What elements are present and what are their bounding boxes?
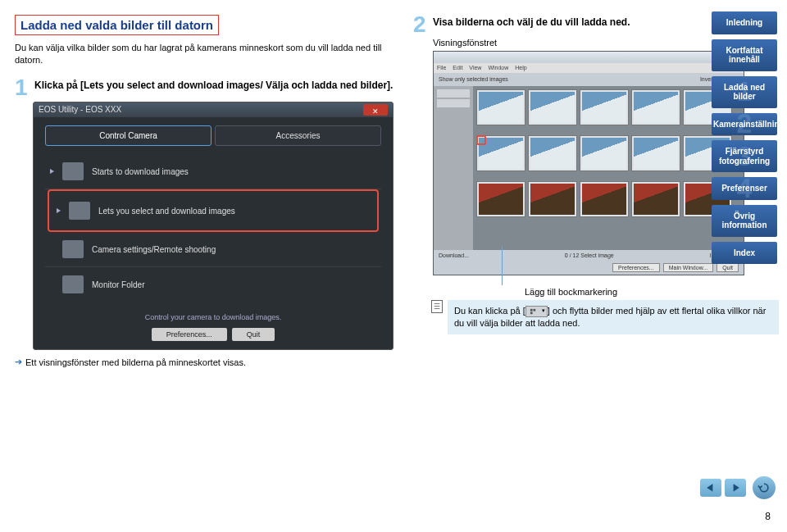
prev-page-button[interactable]	[700, 479, 721, 497]
step2-number: 2	[413, 15, 430, 34]
thumbnail[interactable]	[580, 135, 629, 171]
menu-file[interactable]: File	[437, 65, 446, 70]
viewer-titlebar	[434, 52, 744, 63]
tab-accessories[interactable]: Accessories	[215, 125, 381, 146]
back-button[interactable]	[753, 476, 776, 499]
chevron-right-icon	[50, 169, 54, 174]
thumbnail[interactable]	[476, 181, 525, 217]
eos-item-label: Camera settings/Remote shooting	[92, 245, 216, 254]
menu-edit[interactable]: Edit	[453, 65, 462, 70]
nav-preferences[interactable]: 4Preferenser	[712, 177, 777, 200]
download-icon	[62, 162, 84, 180]
callout-label: Lägg till bockmarkering	[525, 287, 617, 297]
thumbnail[interactable]	[476, 89, 525, 125]
nav-download-images[interactable]: 1Ladda ned bilder	[712, 76, 777, 108]
viewer-window: File Edit View Window Help Show only sel…	[433, 51, 744, 275]
menu-view[interactable]: View	[469, 65, 481, 70]
result-note: Ett visningsfönster med bilderna på minn…	[15, 357, 402, 367]
svg-rect-1	[533, 309, 535, 311]
selection-count: 0 / 12 Select image	[565, 252, 614, 258]
filter-dropdown-icon	[525, 306, 548, 317]
nav-remote-shooting[interactable]: 3Fjärrstyrd fotografering	[712, 140, 777, 172]
viewer-sidebar	[434, 86, 473, 250]
next-page-button[interactable]	[725, 479, 746, 497]
page-number: 8	[765, 511, 771, 522]
thumbnail[interactable]	[631, 181, 680, 217]
chapter-nav: Inledning Kortfattat innehåll 1Ladda ned…	[712, 11, 777, 264]
eos-item-monitor[interactable]: Monitor Folder	[45, 267, 381, 302]
eos-item-label: Lets you select and download images	[98, 207, 235, 216]
thumbnail[interactable]	[528, 89, 577, 125]
callout-line	[502, 246, 503, 285]
page-title: Ladda ned valda bilder till datorn	[15, 15, 219, 35]
eos-footer-text: Control your camera to download images.	[34, 308, 393, 323]
menu-help[interactable]: Help	[515, 65, 526, 70]
folder-icon	[62, 275, 84, 293]
eos-item-select-download[interactable]: Lets you select and download images	[52, 193, 375, 228]
nav-brief-toc[interactable]: Kortfattat innehåll	[712, 39, 777, 71]
tab-control-camera[interactable]: Control Camera	[45, 125, 212, 146]
intro-text: Du kan välja vilka bilder som du har lag…	[15, 42, 402, 66]
step1-number: 1	[15, 78, 31, 98]
tip-text: Du kan klicka på [] och flytta bilder me…	[448, 300, 779, 334]
thumbnail[interactable]	[528, 181, 577, 217]
nav-index[interactable]: Index	[712, 242, 777, 265]
eos-item-remote[interactable]: Camera settings/Remote shooting	[45, 232, 381, 267]
tip-icon: ☰	[431, 300, 443, 313]
folder-item[interactable]	[437, 99, 470, 107]
svg-marker-3	[707, 484, 712, 492]
preferences-button[interactable]: Preferences...	[612, 263, 660, 272]
viewer-menubar: File Edit View Window Help	[434, 63, 744, 73]
thumbnail[interactable]	[476, 135, 525, 171]
menu-window[interactable]: Window	[488, 65, 508, 70]
folder-all[interactable]	[437, 89, 470, 98]
highlighted-option: Lets you select and download images	[48, 189, 379, 232]
chevron-right-icon	[57, 208, 61, 213]
step2-text: Visa bilderna och välj de du vill ladda …	[433, 15, 630, 34]
quit-button[interactable]: Quit	[716, 263, 739, 272]
svg-rect-0	[530, 309, 533, 311]
step1-text: Klicka på [Lets you select and download …	[34, 78, 393, 91]
eos-item-download[interactable]: Starts to download images	[45, 154, 381, 189]
thumbnail[interactable]	[580, 89, 629, 125]
thumbnail[interactable]	[528, 135, 577, 171]
nav-intro[interactable]: Inledning	[712, 11, 777, 34]
camera-icon	[62, 240, 84, 258]
thumbnail[interactable]	[631, 135, 680, 171]
preferences-button[interactable]: Preferences...	[152, 328, 227, 341]
checkmark-highlight	[476, 135, 486, 145]
nav-camera-settings[interactable]: 2Kamerainställningar	[712, 113, 777, 136]
quit-button[interactable]: Quit	[232, 328, 275, 341]
download-button[interactable]: Download...	[439, 252, 469, 258]
thumbnail[interactable]	[580, 181, 629, 217]
toolbar-left[interactable]: Show only selected images	[439, 76, 508, 82]
svg-marker-4	[734, 484, 739, 492]
svg-rect-2	[530, 311, 533, 314]
eos-window-title: EOS Utility - EOS XXX	[39, 102, 121, 117]
thumbnail[interactable]	[631, 89, 680, 125]
eos-item-label: Monitor Folder	[92, 280, 144, 289]
nav-other-info[interactable]: Övrig information	[712, 205, 777, 237]
eos-item-label: Starts to download images	[92, 167, 189, 176]
close-icon[interactable]: ✕	[363, 104, 388, 116]
thumbnail-grid	[473, 86, 744, 250]
eos-utility-window: EOS Utility - EOS XXX ✕ Control Camera A…	[33, 102, 394, 350]
main-window-button[interactable]: Main Window...	[663, 263, 713, 272]
select-download-icon	[69, 202, 90, 220]
